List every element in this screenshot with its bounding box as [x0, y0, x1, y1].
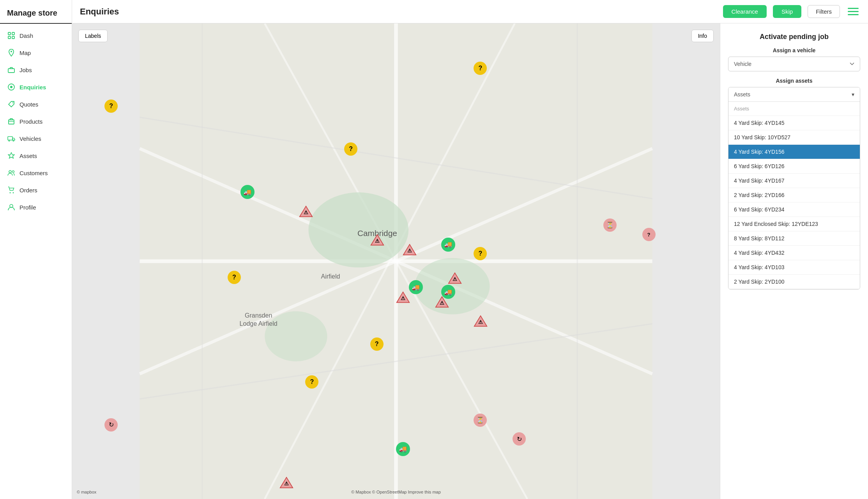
topbar: Enquiries Clearance Skip Filters — [72, 0, 868, 23]
sidebar-item-customers[interactable]: Customers — [0, 164, 72, 181]
svg-point-4 — [11, 51, 12, 52]
skip-button[interactable]: Skip — [773, 5, 801, 18]
map-labels-button[interactable]: Labels — [78, 30, 108, 42]
sidebar-item-orders[interactable]: Orders — [0, 181, 72, 199]
right-panel: Activate pending job Assign a vehicle Ve… — [720, 23, 868, 499]
sidebar-item-label: Customers — [19, 170, 48, 176]
map-marker-yellow-7[interactable]: ? — [474, 62, 487, 75]
map-footer: © Mapbox © OpenStreetMap Improve this ma… — [351, 490, 441, 494]
vehicle-select[interactable]: Vehicle — [728, 57, 860, 71]
map-container[interactable]: Cambridge Gransden Lodge Airfield Airfie… — [72, 23, 720, 499]
map-marker-pink-4[interactable]: ⚠ — [448, 271, 462, 285]
asset-item-a10[interactable]: 4 Yard Skip: 4YD432 — [728, 246, 860, 260]
sidebar-item-dash[interactable]: Dash — [0, 27, 72, 44]
map-background: Cambridge Gransden Lodge Airfield Airfie… — [72, 23, 720, 499]
asset-item-a3[interactable]: 4 Yard Skip: 4YD156 — [728, 145, 860, 159]
svg-text:⚠: ⚠ — [478, 320, 483, 325]
sidebar-item-label: Products — [19, 118, 42, 125]
map-marker-yellow-2[interactable]: ? — [344, 142, 357, 156]
sidebar-item-jobs[interactable]: Jobs — [0, 61, 72, 78]
panel-title: Activate pending job — [728, 33, 860, 41]
sidebar-item-quotes[interactable]: Quotes — [0, 96, 72, 113]
map-marker-pink-right[interactable]: ? — [642, 228, 656, 241]
orders-icon — [7, 186, 16, 194]
asset-item-a9[interactable]: 8 Yard Skip: 8YD112 — [728, 231, 860, 246]
sidebar-item-enquiries[interactable]: Enquiries — [0, 78, 72, 96]
map-marker-green-truck-5[interactable]: 🚚 — [396, 442, 410, 456]
sidebar-item-products[interactable]: Products — [0, 113, 72, 130]
svg-rect-3 — [12, 36, 14, 39]
sidebar-item-assets[interactable]: Assets — [0, 147, 72, 164]
assets-section-label: Assign assets — [728, 78, 860, 84]
map-marker-pink-circle-1[interactable]: ⏳ — [603, 218, 617, 232]
map-marker-pink-refresh-1[interactable]: ↻ — [104, 418, 118, 432]
map-marker-pink-1[interactable]: ⚠ — [299, 204, 313, 218]
map-marker-pink-8[interactable]: ⚠ — [279, 475, 293, 489]
truck-icon — [7, 134, 16, 143]
svg-text:Lodge Airfield: Lodge Airfield — [240, 320, 278, 327]
svg-text:⚠: ⚠ — [453, 277, 457, 282]
asset-item-a6[interactable]: 2 Yard Skip: 2YD166 — [728, 188, 860, 202]
sidebar-item-vehicles[interactable]: Vehicles — [0, 130, 72, 147]
map-pin-icon — [7, 48, 16, 57]
map-marker-pink-5[interactable]: ⚠ — [396, 290, 410, 304]
map-marker-yellow-3[interactable]: ? — [474, 247, 487, 260]
assets-dropdown-header[interactable]: Assets ▾ — [728, 87, 860, 102]
svg-text:Airfield: Airfield — [321, 273, 340, 280]
svg-rect-5 — [8, 69, 14, 73]
asset-item-a1[interactable]: 4 Yard Skip: 4YD145 — [728, 116, 860, 130]
page-title: Enquiries — [80, 7, 119, 17]
svg-point-31 — [265, 311, 327, 361]
map-marker-yellow-4[interactable]: ? — [228, 271, 241, 284]
filters-button[interactable]: Filters — [808, 5, 840, 18]
map-marker-yellow-6[interactable]: ? — [305, 375, 318, 389]
svg-point-8 — [12, 102, 13, 103]
sidebar-item-profile[interactable]: Profile — [0, 199, 72, 216]
menu-button[interactable] — [846, 6, 860, 17]
assets-header-label: Assets — [734, 91, 750, 98]
svg-text:⚠: ⚠ — [401, 296, 405, 301]
svg-point-16 — [13, 192, 14, 194]
profile-icon — [7, 203, 16, 211]
asset-item-a4[interactable]: 6 Yard Skip: 6YD126 — [728, 159, 860, 174]
map-marker-yellow-1[interactable]: ? — [104, 99, 118, 113]
svg-rect-10 — [8, 137, 12, 140]
svg-point-14 — [12, 171, 14, 173]
map-info-button[interactable]: Info — [691, 30, 714, 42]
assets-list: Assets4 Yard Skip: 4YD14510 Yard Skip: 1… — [728, 102, 860, 289]
asset-item-a11[interactable]: 4 Yard Skip: 4YD103 — [728, 260, 860, 275]
svg-point-11 — [9, 140, 10, 141]
assets-dropdown: Assets ▾ Assets4 Yard Skip: 4YD14510 Yar… — [728, 87, 860, 289]
sidebar-item-label: Orders — [19, 187, 37, 194]
asset-icon — [7, 151, 16, 160]
svg-rect-1 — [12, 32, 14, 35]
sidebar-item-label: Jobs — [19, 67, 32, 73]
map-marker-pink-circle-2[interactable]: ⏳ — [474, 414, 487, 427]
main-content: Enquiries Clearance Skip Filters — [72, 0, 868, 499]
mapbox-logo: © mapbox — [77, 490, 96, 494]
asset-item-a2[interactable]: 10 Yard Skip: 10YD527 — [728, 130, 860, 145]
menu-line-3 — [848, 14, 859, 15]
svg-text:⚠: ⚠ — [304, 210, 308, 215]
clearance-button[interactable]: Clearance — [723, 5, 767, 18]
box-icon — [7, 117, 16, 126]
menu-line-2 — [848, 11, 859, 12]
map-marker-green-truck-1[interactable]: 🚚 — [441, 238, 455, 252]
asset-item-a12[interactable]: 2 Yard Skip: 2YD100 — [728, 275, 860, 289]
tag-icon — [7, 100, 16, 108]
map-marker-pink-7[interactable]: ⚠ — [474, 314, 488, 328]
customers-icon — [7, 169, 16, 177]
map-marker-yellow-5[interactable]: ? — [370, 337, 384, 351]
asset-item-a7[interactable]: 6 Yard Skip: 6YD234 — [728, 202, 860, 217]
svg-rect-0 — [8, 32, 11, 35]
asset-item-a8[interactable]: 12 Yard Enclosed Skip: 12YDE123 — [728, 217, 860, 231]
sidebar-item-label: Quotes — [19, 101, 38, 108]
map-marker-pink-2[interactable]: ⚠ — [370, 233, 384, 247]
briefcase-icon — [7, 66, 16, 74]
menu-line-1 — [848, 8, 859, 9]
sidebar-item-map[interactable]: Map — [0, 44, 72, 61]
map-marker-pink-3[interactable]: ⚠ — [403, 242, 417, 256]
svg-rect-9 — [9, 120, 14, 124]
svg-text:⚠: ⚠ — [284, 481, 289, 487]
asset-item-a5[interactable]: 4 Yard Skip: 4YD167 — [728, 174, 860, 188]
